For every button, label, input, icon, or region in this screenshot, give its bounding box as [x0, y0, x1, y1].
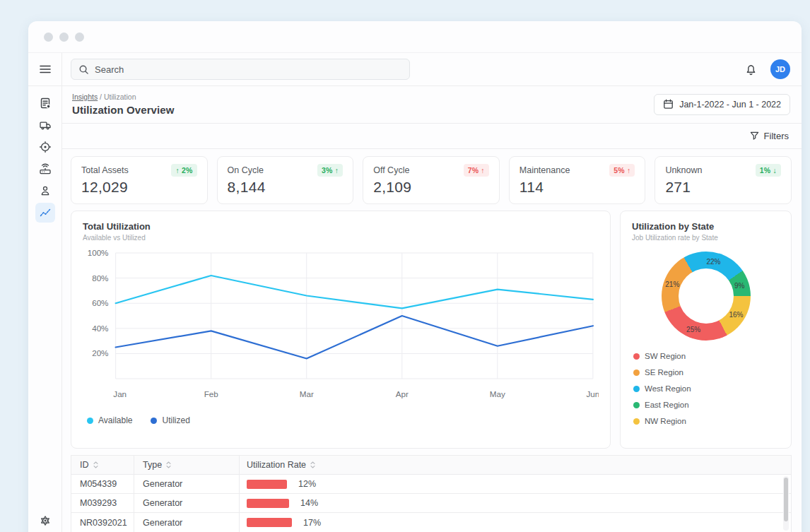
avatar[interactable]: JD — [770, 59, 790, 79]
line-chart: 100%80%60%40%20%JanFebMarAprMayJun — [83, 247, 599, 406]
window-control-dot[interactable] — [75, 32, 84, 42]
bell-icon[interactable] — [744, 63, 758, 76]
kpi-label: Total Assets — [81, 165, 129, 175]
total-utilization-panel: Total Utilization Available vs Utilized … — [71, 211, 611, 449]
user-icon — [39, 184, 52, 197]
legend-dot — [633, 370, 640, 376]
legend-label: West Region — [645, 384, 691, 393]
donut-segment-label: 9% — [734, 282, 744, 290]
search-placeholder: Search — [95, 64, 124, 75]
line-chart-subtitle: Available vs Utilized — [83, 234, 599, 242]
sidebar-item-devices[interactable] — [35, 159, 55, 179]
svg-text:Mar: Mar — [300, 390, 314, 398]
window-titlebar — [28, 21, 802, 53]
assets-table-body: ID Type Utilization Rate M054339 Generat… — [71, 456, 791, 532]
trend-icon — [39, 206, 52, 219]
rate-label: 14% — [300, 498, 318, 508]
cell-type: Generator — [134, 494, 240, 512]
svg-text:20%: 20% — [92, 349, 108, 357]
breadcrumb-insights-link[interactable]: Insights — [72, 93, 98, 101]
legend-dot — [87, 418, 93, 424]
cell-utilization-rate: 17% — [240, 513, 791, 532]
donut-segment-label: 22% — [706, 258, 720, 266]
legend-item: East Region — [633, 401, 780, 409]
router-icon — [39, 162, 52, 175]
window-control-dot[interactable] — [44, 32, 53, 42]
sort-icon — [93, 461, 98, 468]
cell-type: Generator — [134, 475, 240, 493]
donut-legend: SW Region SE Region West Region East Reg… — [633, 352, 780, 425]
column-header-type[interactable]: Type — [134, 456, 240, 474]
donut-segment-label: 25% — [686, 325, 700, 333]
kpi-card: Maintenance 5% ↑ 114 — [509, 156, 646, 204]
legend-item: SE Region — [633, 368, 780, 377]
assets-table: ID Type Utilization Rate M054339 Generat… — [71, 455, 792, 532]
legend-dot — [633, 386, 640, 392]
sidebar-item-insights[interactable] — [35, 203, 55, 223]
legend-label: East Region — [645, 401, 689, 409]
svg-text:Jun: Jun — [586, 390, 599, 398]
sidebar-item-tracking[interactable] — [35, 137, 55, 157]
kpi-trend-badge: 7% ↑ — [464, 164, 489, 177]
svg-text:100%: 100% — [88, 249, 109, 257]
date-range-picker[interactable]: Jan-1-2022 - Jun 1 - 2022 — [654, 94, 790, 115]
column-header-utilization-rate[interactable]: Utilization Rate — [240, 456, 791, 474]
rate-label: 17% — [303, 518, 321, 528]
legend-label: NW Region — [645, 417, 686, 425]
svg-text:Apr: Apr — [396, 390, 409, 398]
table-scrollbar[interactable] — [783, 476, 789, 531]
kpi-card: Off Cycle 7% ↑ 2,109 — [363, 156, 500, 204]
sidebar-item-settings[interactable] — [39, 514, 52, 527]
filters-button[interactable]: Filters — [750, 131, 789, 141]
kpi-label: On Cycle — [228, 165, 264, 175]
target-icon — [39, 141, 52, 153]
donut-segment-label: 21% — [665, 280, 679, 288]
cell-type: Generator — [134, 513, 240, 532]
kpi-value: 114 — [520, 179, 635, 196]
svg-text:60%: 60% — [92, 299, 108, 307]
svg-text:80%: 80% — [92, 274, 108, 283]
table-row[interactable]: M039293 Generator 14% — [71, 494, 791, 513]
kpi-card: Unknown 1% ↓ 271 — [655, 156, 792, 204]
kpi-card: On Cycle 3% ↑ 8,144 — [217, 156, 354, 204]
cell-id: NR0392021 — [71, 513, 134, 532]
sort-icon — [166, 461, 171, 468]
page-title: Utilization Overview — [72, 104, 175, 116]
window-control-dot[interactable] — [59, 32, 69, 42]
legend-label: Available — [98, 415, 132, 425]
table-row[interactable]: NR0392021 Generator 17% — [71, 513, 791, 532]
kpi-row: Total Assets ↑ 2% 12,029 On Cycle 3% ↑ 8… — [71, 156, 792, 204]
sidebar-item-reports[interactable] — [35, 93, 55, 113]
search-input[interactable]: Search — [71, 59, 410, 80]
legend-label: SW Region — [645, 352, 686, 360]
svg-text:Jan: Jan — [113, 390, 127, 398]
utilization-by-state-panel: Utilization by State Job Utilization rat… — [620, 211, 792, 449]
legend-dot — [633, 402, 640, 408]
date-range-label: Jan-1-2022 - Jun 1 - 2022 — [679, 100, 781, 110]
rate-bar — [247, 518, 292, 527]
legend-item: Utilized — [151, 415, 189, 425]
legend-label: SE Region — [645, 368, 683, 377]
hamburger-icon — [39, 63, 52, 76]
sidebar-item-users[interactable] — [35, 181, 55, 201]
donut-segment-label: 16% — [729, 310, 743, 318]
kpi-label: Maintenance — [520, 165, 570, 175]
sidebar-nav: ? — [28, 86, 62, 532]
rate-bar — [247, 499, 289, 508]
kpi-value: 271 — [665, 179, 781, 196]
top-header: Search JD — [28, 53, 802, 86]
kpi-trend-badge: 5% ↑ — [609, 164, 635, 177]
legend-dot — [633, 418, 640, 425]
filter-funnel-icon — [750, 131, 759, 141]
table-row[interactable]: M054339 Generator 12% — [71, 475, 791, 494]
breadcrumb-current: Utilization — [104, 93, 136, 101]
menu-button[interactable] — [28, 53, 62, 85]
column-header-id[interactable]: ID — [71, 456, 134, 474]
legend-dot — [633, 353, 640, 360]
sidebar-item-fleet[interactable] — [35, 115, 55, 135]
legend-dot — [151, 418, 157, 424]
table-scrollbar-thumb[interactable] — [784, 478, 788, 521]
svg-text:40%: 40% — [92, 324, 108, 333]
kpi-trend-badge: 1% ↓ — [756, 164, 781, 177]
svg-text:Feb: Feb — [204, 390, 218, 398]
